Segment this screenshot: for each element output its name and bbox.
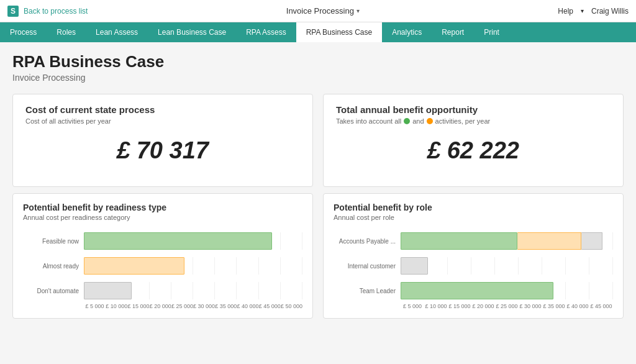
x-label-c1-1: £ 10 000 xyxy=(106,303,127,309)
bar-area-feasible xyxy=(84,232,302,250)
role-chart-card: Potential benefit by role Annual cost pe… xyxy=(323,193,624,319)
bar-area-ap xyxy=(401,232,613,250)
top-bar-right: Help ▾ Craig Willis xyxy=(558,7,629,16)
user-label[interactable]: Craig Willis xyxy=(591,7,629,16)
bar-area-tl xyxy=(401,282,613,299)
x-label-c1-7: £ 40 000 xyxy=(237,303,258,309)
nav-tabs: Process Roles Lean Assess Lean Business … xyxy=(0,22,636,42)
card1-title: Cost of current state process xyxy=(25,104,300,115)
readiness-chart-card: Potential benefit by readiness type Annu… xyxy=(12,193,313,319)
page-header: RPA Business Case Invoice Processing xyxy=(0,42,636,88)
x-label-c1-4: £ 25 000 xyxy=(171,303,193,309)
page-title: RPA Business Case xyxy=(12,52,624,71)
total-annual-benefit-card: Total annual benefit opportunity Takes i… xyxy=(323,94,624,187)
tab-report[interactable]: Report xyxy=(432,22,474,42)
help-dropdown-icon: ▾ xyxy=(581,7,584,14)
bar-area-dont xyxy=(84,282,302,299)
page-subtitle: Invoice Processing xyxy=(12,73,624,83)
chart1-subtitle: Annual cost per readiness category xyxy=(23,214,302,221)
chart1-bars: Feasible now Almost ready xyxy=(23,227,302,299)
help-label[interactable]: Help xyxy=(558,7,573,16)
bar-label-ap: Accounts Payable ... xyxy=(334,238,396,245)
charts-row: Potential benefit by readiness type Annu… xyxy=(0,193,636,325)
bar-row-feasible: Feasible now xyxy=(23,232,302,250)
tab-process[interactable]: Process xyxy=(0,22,47,42)
bar-row-ap: Accounts Payable ... xyxy=(334,232,613,250)
card1-value: £ 70 317 xyxy=(25,137,300,164)
bar-label-almost: Almost ready xyxy=(23,263,79,270)
x-label-c1-5: £ 30 000 xyxy=(193,303,215,309)
bar-label-feasible: Feasible now xyxy=(23,238,79,245)
card1-subtitle: Cost of all activities per year xyxy=(25,117,300,125)
bar-gray-ic xyxy=(401,257,428,275)
bar-label-tl: Team Leader xyxy=(334,288,396,294)
bar-gray-dont xyxy=(84,282,132,299)
x-label-c1-2: £ 15 000 xyxy=(127,303,149,309)
tab-lean-assess[interactable]: Lean Assess xyxy=(86,22,148,42)
x-label-c2-2: £ 15 000 xyxy=(448,303,471,309)
green-dot-icon xyxy=(404,118,410,124)
chart2-subtitle: Annual cost per role xyxy=(334,214,613,221)
chart2-x-axis: £ 5 000 £ 10 000 £ 15 000 £ 20 000 £ 25 … xyxy=(401,303,613,309)
card2-value: £ 62 222 xyxy=(336,137,611,164)
x-label-c1-0: £ 5 000 xyxy=(84,303,106,309)
chart1-x-axis: £ 5 000 £ 10 000 £ 15 000 £ 20 000 £ 25 … xyxy=(84,303,302,309)
tab-rpa-business-case[interactable]: RPA Business Case xyxy=(296,22,383,42)
x-label-c2-0: £ 5 000 xyxy=(401,303,424,309)
tab-rpa-assess[interactable]: RPA Assess xyxy=(236,22,296,42)
chart2-bars: Accounts Payable ... Internal c xyxy=(334,227,613,299)
bar-green-tl xyxy=(401,282,553,299)
tab-lean-business-case[interactable]: Lean Business Case xyxy=(148,22,236,42)
app-name-label: Invoice Processing xyxy=(286,6,354,16)
bar-row-ic: Internal customer xyxy=(334,257,613,275)
bar-row-tl: Team Leader xyxy=(334,282,613,299)
bar-area-almost xyxy=(84,257,302,275)
bar-orange-almost xyxy=(84,257,184,275)
top-bar: S Back to process list Invoice Processin… xyxy=(0,0,636,22)
card2-subtitle-before: Takes into account all xyxy=(336,117,401,125)
bar-gray-ap xyxy=(581,232,602,250)
x-label-c2-5: £ 30 000 xyxy=(519,303,542,309)
x-label-c1-9: £ 50 000 xyxy=(281,303,302,309)
x-label-c2-1: £ 10 000 xyxy=(424,303,448,309)
app-name-dropdown-icon[interactable]: ▾ xyxy=(357,7,360,14)
bar-label-ic: Internal customer xyxy=(334,263,396,270)
x-label-c2-3: £ 20 000 xyxy=(471,303,495,309)
card2-subtitle-and: and xyxy=(412,117,424,125)
bar-area-ic xyxy=(401,257,613,275)
x-label-c2-6: £ 35 000 xyxy=(542,303,566,309)
x-label-c1-6: £ 35 000 xyxy=(215,303,237,309)
bar-label-dont: Don't automate xyxy=(23,288,79,294)
app-logo: S xyxy=(7,6,19,17)
tab-print[interactable]: Print xyxy=(474,22,509,42)
tab-roles[interactable]: Roles xyxy=(47,22,86,42)
card2-subtitle-end: activities, per year xyxy=(435,117,491,125)
bar-green-ap xyxy=(401,232,517,250)
cost-current-state-card: Cost of current state process Cost of al… xyxy=(12,94,313,187)
summary-cards: Cost of current state process Cost of al… xyxy=(0,88,636,193)
back-link[interactable]: Back to process list xyxy=(24,7,88,16)
x-label-c2-8: £ 45 000 xyxy=(589,303,613,309)
card2-subtitle: Takes into account all and activities, p… xyxy=(336,117,611,125)
bar-row-almost: Almost ready xyxy=(23,257,302,275)
bar-orange-ap xyxy=(517,232,581,250)
x-label-c2-4: £ 25 000 xyxy=(495,303,519,309)
x-label-c1-3: £ 20 000 xyxy=(150,303,171,309)
top-bar-left: S Back to process list xyxy=(7,6,88,17)
app-name-center: Invoice Processing ▾ xyxy=(286,6,360,16)
card2-title: Total annual benefit opportunity xyxy=(336,104,611,115)
x-label-c1-8: £ 45 000 xyxy=(259,303,281,309)
chart1-title: Potential benefit by readiness type xyxy=(23,202,302,212)
x-label-c2-7: £ 40 000 xyxy=(566,303,589,309)
chart2-title: Potential benefit by role xyxy=(334,202,613,212)
orange-dot-icon xyxy=(427,118,433,124)
bar-row-dont: Don't automate xyxy=(23,282,302,299)
bar-green-feasible xyxy=(84,232,272,250)
tab-analytics[interactable]: Analytics xyxy=(382,22,432,42)
